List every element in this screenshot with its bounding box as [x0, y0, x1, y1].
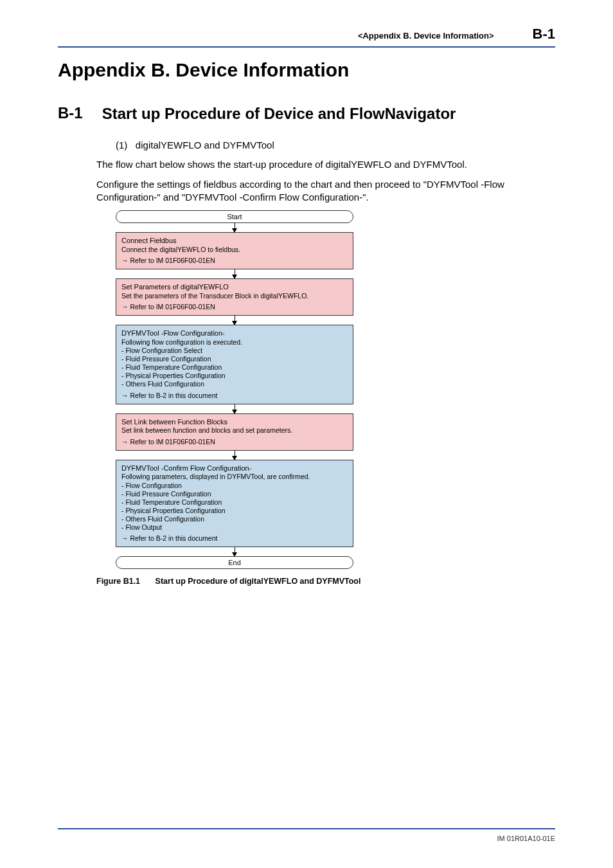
step-desc-line: - Fluid Temperature Configuration: [121, 498, 348, 507]
step-ref: → Refer to IM 01F06F00-01EN: [121, 438, 348, 446]
step-title: DYFMVTool -Confirm Flow Configuration-: [121, 464, 348, 473]
footer-rule: [58, 828, 555, 829]
step-desc-line: - Others Fluid Configuration: [121, 515, 348, 523]
item-label: digitalYEWFLO and DYFMVTool: [136, 140, 274, 150]
flowchart-step-4: Set Link between Function Blocks Set lin…: [116, 413, 353, 451]
flowchart-start: Start: [116, 210, 353, 223]
footer-text: IM 01R01A10-01E: [497, 835, 556, 842]
arrow-down-icon: [235, 269, 235, 278]
figure-label: Figure B1.1: [96, 577, 140, 586]
step-desc-line: - Flow Configuration Select: [121, 347, 348, 355]
arrow-down-icon: [235, 451, 235, 460]
step-desc-line: - Flow Output: [121, 523, 348, 532]
paragraph-2: Configure the settings of fieldbus accor…: [96, 178, 555, 204]
step-ref: → Refer to IM 01F06F00-01EN: [121, 257, 348, 265]
arrow-down-icon: [235, 547, 235, 556]
step-desc-line: Following flow configuration is executed…: [121, 338, 348, 347]
section-heading: B-1 Start up Procedure of Device and Flo…: [58, 104, 555, 123]
step-ref: → Refer to B-2 in this document: [121, 392, 348, 400]
step-title: Set Link between Function Blocks: [121, 418, 348, 427]
flowchart-step-3: DYFMVTool -Flow Configuration- Following…: [116, 325, 353, 404]
flowchart: Start Connect Fieldbus Connect the digit…: [116, 210, 353, 569]
step-title: DYFMVTool -Flow Configuration-: [121, 329, 348, 338]
step-desc-line: - Fluid Pressure Configuration: [121, 490, 348, 498]
step-desc-line: - Physical Properties Configuration: [121, 372, 348, 380]
step-ref: → Refer to B-2 in this document: [121, 534, 348, 543]
section-title: Start up Procedure of Device and FlowNav…: [102, 104, 456, 123]
arrow-down-icon: [235, 223, 235, 232]
step-desc-line: - Flow Configuration: [121, 482, 348, 490]
arrow-down-icon: [235, 316, 235, 325]
item-number: (1): [116, 140, 127, 150]
step-ref: → Refer to IM 01F06F00-01EN: [121, 303, 348, 311]
page-header: <Appendix B. Device Information> B-1: [58, 26, 555, 48]
header-page-number: B-1: [533, 26, 555, 42]
figure-caption: Figure B1.1 Start up Procedure of digita…: [96, 577, 555, 586]
step-desc-line: Following parameters, displayed in DYFMV…: [121, 473, 348, 481]
section-number: B-1: [58, 104, 83, 122]
page-title: Appendix B. Device Information: [58, 59, 555, 81]
step-desc-line: - Others Fluid Configuration: [121, 380, 348, 388]
step-desc-line: - Fluid Pressure Configuration: [121, 355, 348, 363]
flowchart-step-5: DYFMVTool -Confirm Flow Configuration- F…: [116, 460, 353, 548]
step-desc: Set link between function and blocks and…: [121, 426, 348, 435]
list-item-1: (1) digitalYEWFLO and DYFMVTool: [116, 139, 555, 152]
step-desc-line: - Fluid Temperature Configuration: [121, 363, 348, 372]
header-breadcrumb: <Appendix B. Device Information>: [358, 31, 494, 41]
step-title: Connect Fieldbus: [121, 237, 348, 246]
flowchart-step-1: Connect Fieldbus Connect the digitalYEWF…: [116, 232, 353, 269]
flowchart-step-2: Set Parameters of digitalYEWFLO Set the …: [116, 278, 353, 316]
paragraph-1: The flow chart below shows the start-up …: [96, 158, 555, 171]
step-desc: Set the parameters of the Transducer Blo…: [121, 292, 348, 300]
flowchart-end: End: [116, 556, 353, 569]
step-title: Set Parameters of digitalYEWFLO: [121, 283, 348, 292]
arrow-down-icon: [235, 404, 235, 413]
figure-text: Start up Procedure of digitalYEWFLO and …: [155, 577, 361, 586]
step-desc: Connect the digitalYEWFLO to fieldbus.: [121, 246, 348, 254]
step-desc-line: - Physical Properties Configuration: [121, 507, 348, 515]
